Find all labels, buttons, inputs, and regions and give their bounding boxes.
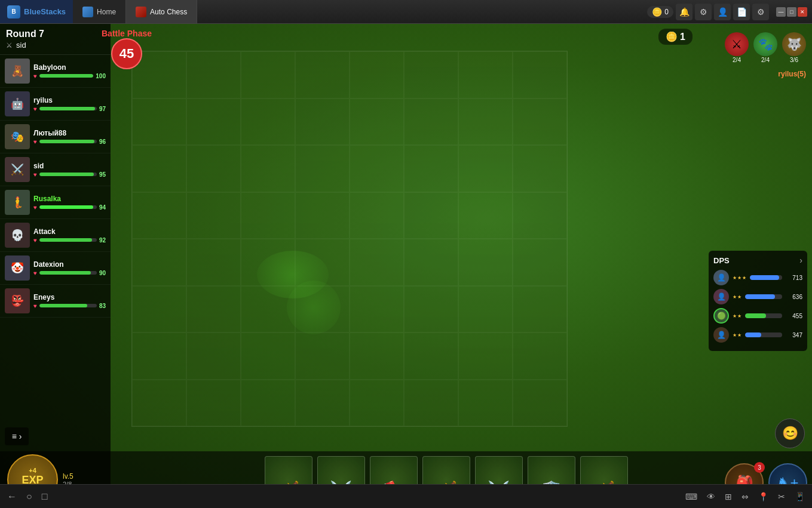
hp-fill-datexion [39, 271, 91, 275]
player-item-sid[interactable]: ⚔️ sid ♥ 95 [0, 153, 111, 186]
chess-board-area: // Will be rendered via JS below [131, 51, 568, 427]
player-item-attack[interactable]: 💀 Attack ♥ 92 [0, 219, 111, 252]
toolbar-back-icon[interactable]: ← [7, 491, 17, 502]
hp-value-lyuty: 96 [99, 138, 106, 145]
settings2-btn[interactable]: ⚙ [752, 4, 769, 20]
synergy-frac-1: 2/4 [733, 57, 741, 63]
close-button[interactable]: ✕ [798, 7, 807, 17]
coin-icon: 🪙 [652, 7, 662, 17]
toolbar-home-icon[interactable]: ○ [26, 491, 32, 502]
exp-plus-label: +4 [29, 467, 36, 474]
level-label: lv.5 [63, 472, 73, 481]
dps-row-2: 👤 ★ ★ 636 [713, 289, 802, 304]
window-controls: — □ ✕ [776, 7, 807, 17]
battle-phase-indicator: Battle Phase 45 [102, 29, 152, 69]
toolbar-phone-icon[interactable]: 📱 [795, 492, 805, 501]
player-item-ryilus[interactable]: 🤖 ryilus ♥ 97 [0, 88, 111, 121]
hp-icon-ryilus: ♥ [33, 106, 37, 112]
toolbar-keyboard-icon[interactable]: ⌨ [685, 492, 697, 501]
maximize-button[interactable]: □ [787, 7, 796, 17]
chat-emote-button[interactable]: 😊 [775, 418, 805, 448]
user-btn[interactable]: 👤 [714, 4, 731, 20]
minimize-button[interactable]: — [776, 7, 786, 17]
synergy-avatar-1: ⚔ [725, 32, 749, 56]
hamburger-menu-button[interactable]: ≡ › [5, 427, 29, 445]
player-item-lyuty[interactable]: 🎭 Лютый88 ♥ 96 [0, 121, 111, 153]
toolbar-multiwindow-icon[interactable]: ⊞ [725, 492, 732, 501]
round-info: Round 7 ⚔ sid [0, 24, 111, 55]
notification-btn[interactable]: 🔔 [676, 4, 693, 20]
dps-bar-2 [745, 294, 782, 299]
player-info-rusalka: Rusalka ♥ 94 [33, 195, 106, 211]
battle-timer: 45 [111, 38, 142, 69]
dps-stars-1: ★ ★ ★ [733, 275, 746, 281]
player-info-attack: Attack ♥ 92 [33, 227, 106, 244]
player-avatar-attack: 💀 [5, 223, 30, 248]
left-panel: Round 7 ⚔ sid 🧸 Babyloon ♥ 100 [0, 24, 111, 508]
document-btn[interactable]: 📄 [733, 4, 750, 20]
game-area: // Will be rendered via JS below Round 7… [0, 24, 812, 508]
player-item-datexion[interactable]: 🤡 Datexion ♥ 90 [0, 252, 111, 285]
dps-row-3: 🟢 ★ ★ 455 [713, 308, 802, 324]
synergy-section: ⚔ 2/4 🐾 2/4 🐺 3/6 [707, 29, 812, 67]
settings-gear-btn[interactable]: ⚙ [695, 4, 712, 20]
brand-name: BlueStacks [24, 7, 66, 16]
player-name-rusalka: Rusalka [33, 195, 106, 203]
player-name-sid: sid [33, 162, 106, 170]
synergy-frac-3: 3/6 [790, 57, 798, 63]
player-avatar-lyuty: 🎭 [5, 124, 30, 149]
dps-value-1: 713 [786, 275, 802, 281]
dps-avatar-1: 👤 [713, 270, 729, 285]
tab-home[interactable]: Home [73, 0, 126, 23]
shop-badge-count: 3 [754, 462, 765, 473]
player-name-babyloon: Babyloon [33, 63, 106, 72]
toolbar-square-icon[interactable]: □ [42, 491, 48, 502]
player-name-ryilus: ryilus [33, 96, 106, 104]
right-panel: ⚔ 2/4 🐾 2/4 🐺 3/6 ryilus(5) [707, 24, 812, 79]
player-avatar-rusalka: 🧜 [5, 190, 30, 215]
dps-bar-1 [750, 275, 782, 280]
titlebar: B BlueStacks Home Auto Chess 🪙 0 🔔 ⚙ 👤 📄… [0, 0, 812, 24]
hp-bar-eneys [39, 304, 97, 307]
hp-fill-attack [39, 238, 92, 242]
player-info-datexion: Datexion ♥ 90 [33, 260, 106, 276]
synergy-avatar-3: 🐺 [782, 32, 806, 56]
player-avatar-eneys: 👺 [5, 288, 30, 313]
toolbar-pin-icon[interactable]: 📍 [758, 492, 768, 501]
hp-bar-babyloon [39, 74, 93, 78]
dps-title: DPS [713, 256, 730, 265]
player-info-eneys: Eneys ♥ 83 [33, 293, 106, 309]
player-avatar-datexion: 🤡 [5, 255, 30, 281]
player-name-attack: Attack [33, 227, 106, 236]
dps-value-3: 455 [786, 313, 802, 319]
player-item-eneys[interactable]: 👺 Eneys ♥ 83 [0, 285, 111, 318]
hp-value-eneys: 83 [99, 303, 106, 309]
dps-avatar-3: 🟢 [713, 308, 729, 324]
toolbar-expand-icon[interactable]: ⇔ [741, 492, 749, 501]
player-item-babyloon[interactable]: 🧸 Babyloon ♥ 100 [0, 55, 111, 88]
dps-expand-arrow[interactable]: › [799, 255, 802, 265]
player-avatar-babyloon: 🧸 [5, 59, 30, 84]
chess-tab-label: Auto Chess [150, 8, 187, 16]
home-tab-icon [82, 7, 93, 17]
player-avatar-sid: ⚔️ [5, 157, 30, 182]
hp-bar-ryilus [39, 107, 97, 110]
player-info-ryilus: ryilus ♥ 97 [33, 96, 106, 112]
dps-row-4: 👤 ★ ★ 347 [713, 327, 802, 343]
toolbar-left: ← ○ □ [7, 491, 47, 502]
dps-header: DPS › [713, 255, 802, 265]
hp-value-rusalka: 94 [99, 204, 106, 211]
player-name-lyuty: Лютый88 [33, 129, 106, 137]
dps-bar-3 [745, 313, 782, 318]
toolbar-scissors-icon[interactable]: ✂ [778, 492, 785, 501]
emote-icon: 😊 [782, 426, 798, 441]
hp-fill-ryilus [39, 107, 95, 110]
hp-icon-sid: ♥ [33, 171, 37, 178]
synergy-avatar-2: 🐾 [753, 32, 777, 56]
synergy-badge-3: 🐺 3/6 [782, 32, 806, 63]
current-player-name: sid [16, 41, 26, 50]
dps-bar-4 [745, 332, 782, 337]
toolbar-eye-icon[interactable]: 👁 [707, 492, 715, 501]
player-item-rusalka[interactable]: 🧜 Rusalka ♥ 94 [0, 186, 111, 219]
tab-autochess[interactable]: Auto Chess [126, 0, 197, 23]
